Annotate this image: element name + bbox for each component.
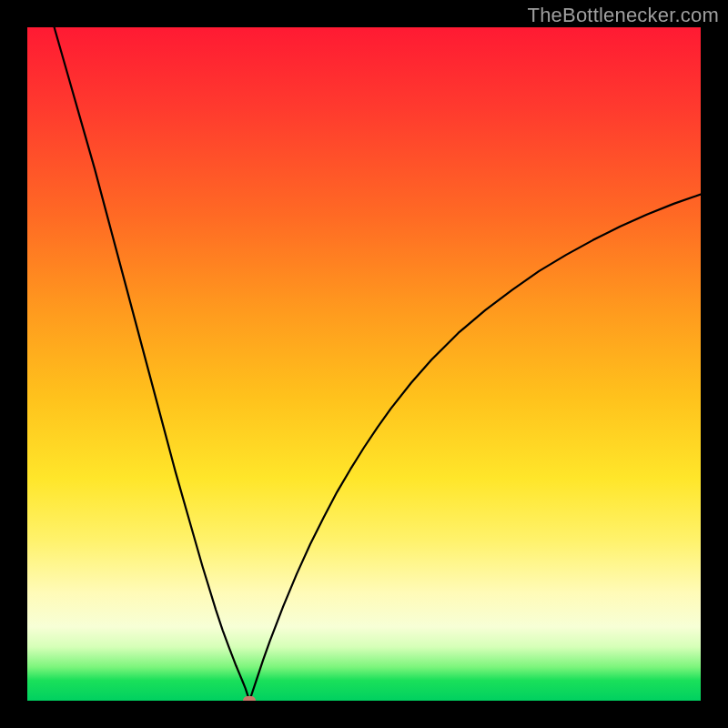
plot-area	[27, 27, 701, 701]
watermark-text: TheBottlenecker.com	[528, 4, 719, 27]
minimum-marker	[243, 696, 256, 701]
chart-frame: TheBottlenecker.com	[0, 0, 728, 728]
bottleneck-curve	[27, 27, 701, 701]
